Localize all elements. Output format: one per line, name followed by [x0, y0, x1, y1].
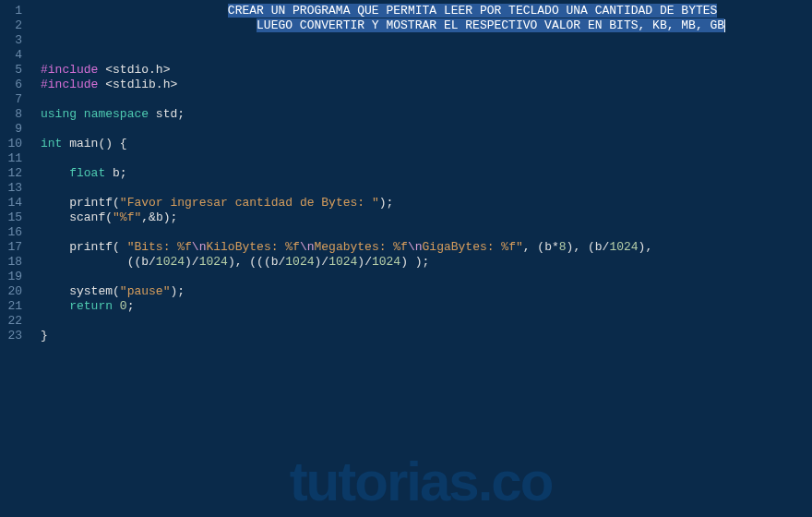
preprocessor: #include	[41, 78, 98, 91]
expr: (b*	[537, 240, 558, 254]
line-number-gutter: 1 2 3 4 5 6 7 8 9 10 11 12 13 14 15 16 1…	[0, 0, 30, 517]
line-number: 8	[4, 107, 22, 122]
selected-text: LUEGO CONVERTIR Y MOSTRAR EL RESPECTIVO …	[257, 18, 724, 32]
number: 1024	[609, 240, 638, 254]
line-number: 2	[4, 18, 22, 33]
code-line-4[interactable]	[30, 48, 812, 63]
identifier: system	[69, 284, 113, 298]
expr: )/	[185, 255, 199, 269]
include-header: <stdio.h>	[105, 63, 170, 77]
line-number: 12	[4, 166, 22, 181]
code-line-1[interactable]: CREAR UN PROGRAMA QUE PERMITA LEER POR T…	[30, 4, 812, 18]
expr: ), (((b/	[228, 255, 285, 269]
punctuation: (	[113, 240, 127, 254]
line-number: 3	[4, 33, 22, 48]
expr: ),	[639, 240, 653, 254]
line-number: 10	[4, 137, 22, 151]
string-literal: GigaBytes: %f"	[423, 240, 523, 254]
number: 1024	[285, 255, 314, 269]
line-number: 21	[4, 299, 22, 314]
code-line-6[interactable]: #include <stdlib.h>	[30, 78, 812, 92]
expr: ), (b/	[567, 240, 610, 254]
code-line-17[interactable]: printf( "Bits: %f\nKiloBytes: %f\nMegaby…	[30, 240, 812, 255]
string-literal: "pause"	[120, 284, 171, 298]
code-content[interactable]: CREAR UN PROGRAMA QUE PERMITA LEER POR T…	[30, 0, 812, 517]
expr: ) );	[400, 255, 429, 269]
code-editor[interactable]: 1 2 3 4 5 6 7 8 9 10 11 12 13 14 15 16 1…	[0, 0, 812, 517]
expr: )/	[357, 255, 372, 269]
escape-char: \n	[192, 240, 207, 254]
keyword: namespace	[84, 107, 149, 121]
identifier: scanf	[69, 210, 105, 224]
line-number: 22	[4, 314, 22, 329]
keyword: float	[69, 166, 105, 180]
code-line-8[interactable]: using namespace std;	[30, 107, 812, 122]
line-number: 9	[4, 122, 22, 137]
line-number: 6	[4, 78, 22, 92]
line-number: 14	[4, 196, 22, 210]
line-number: 19	[4, 270, 22, 284]
keyword: int	[41, 137, 62, 150]
identifier: &b	[149, 210, 163, 224]
code-line-16[interactable]	[30, 225, 812, 240]
code-line-21[interactable]: return 0;	[30, 299, 812, 314]
number: 8	[559, 240, 567, 254]
escape-char: \n	[300, 240, 315, 254]
selected-text: CREAR UN PROGRAMA QUE PERMITA LEER POR T…	[228, 4, 718, 18]
punctuation: );	[163, 210, 178, 224]
line-number: 11	[4, 151, 22, 166]
code-line-10[interactable]: int main() {	[30, 137, 812, 151]
number: 1024	[328, 255, 357, 269]
line-number: 23	[4, 329, 22, 343]
number: 1024	[156, 255, 185, 269]
escape-char: \n	[408, 240, 423, 254]
punctuation: ,	[141, 210, 149, 224]
code-line-11[interactable]	[30, 151, 812, 166]
line-number: 15	[4, 210, 22, 225]
punctuation: }	[41, 329, 48, 343]
number: 1024	[199, 255, 228, 269]
punctuation: ,	[523, 240, 538, 254]
code-line-19[interactable]	[30, 270, 812, 284]
line-number: 17	[4, 240, 22, 255]
code-line-14[interactable]: printf("Favor ingresar cantidad de Bytes…	[30, 196, 812, 210]
code-line-22[interactable]	[30, 314, 812, 329]
line-number: 1	[4, 4, 22, 18]
identifier: std	[156, 107, 177, 121]
line-number: 18	[4, 255, 22, 270]
punctuation: (	[113, 284, 120, 298]
code-line-7[interactable]	[30, 92, 812, 107]
punctuation: ;	[127, 299, 135, 313]
code-line-9[interactable]	[30, 122, 812, 137]
code-line-20[interactable]: system("pause");	[30, 284, 812, 299]
number: 0	[120, 299, 127, 313]
line-number: 4	[4, 48, 22, 63]
string-literal: Megabytes: %f	[315, 240, 408, 254]
code-line-23[interactable]: }	[30, 329, 812, 343]
code-line-5[interactable]: #include <stdio.h>	[30, 63, 812, 78]
text-cursor	[724, 19, 725, 32]
code-line-18[interactable]: ((b/1024)/1024), (((b/1024)/1024)/1024) …	[30, 255, 812, 270]
string-literal: "Favor ingresar cantidad de Bytes: "	[120, 196, 379, 210]
keyword: return	[69, 299, 113, 313]
identifier: printf	[69, 196, 113, 210]
punctuation: () {	[98, 137, 126, 150]
line-number: 20	[4, 284, 22, 299]
watermark-text: tutorias.co	[290, 475, 553, 489]
code-line-13[interactable]	[30, 181, 812, 196]
code-line-2[interactable]: LUEGO CONVERTIR Y MOSTRAR EL RESPECTIVO …	[30, 18, 812, 33]
identifier: printf	[69, 240, 113, 254]
expr: )/	[315, 255, 329, 269]
line-number: 5	[4, 63, 22, 78]
string-literal: "Bits: %f	[127, 240, 192, 254]
identifier: main	[69, 137, 98, 150]
code-line-15[interactable]: scanf("%f",&b);	[30, 210, 812, 225]
number: 1024	[372, 255, 400, 269]
punctuation: ;	[177, 107, 185, 121]
string-literal: "%f"	[113, 210, 141, 224]
string-literal: KiloBytes: %f	[206, 240, 299, 254]
code-line-12[interactable]: float b;	[30, 166, 812, 181]
expr: ((b/	[127, 255, 156, 269]
preprocessor: #include	[41, 63, 98, 77]
code-line-3[interactable]	[30, 33, 812, 48]
